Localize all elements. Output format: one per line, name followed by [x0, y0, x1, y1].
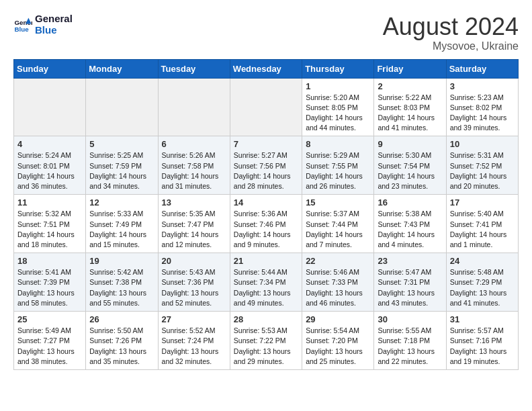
day-number: 24: [450, 256, 515, 266]
day-of-week-wednesday: Wednesday: [230, 59, 302, 78]
day-info: Sunrise: 5:37 AMSunset: 7:44 PMDaylight:…: [306, 209, 370, 250]
day-number: 11: [17, 197, 82, 208]
calendar-week-row: 11Sunrise: 5:32 AMSunset: 7:51 PMDayligh…: [14, 195, 519, 253]
day-info: Sunrise: 5:38 AMSunset: 7:43 PMDaylight:…: [378, 209, 442, 250]
day-of-week-saturday: Saturday: [446, 59, 518, 78]
day-info: Sunrise: 5:35 AMSunset: 7:47 PMDaylight:…: [162, 209, 226, 250]
day-info: Sunrise: 5:25 AMSunset: 7:59 PMDaylight:…: [89, 150, 154, 191]
day-number: 18: [17, 256, 82, 266]
day-number: 19: [89, 256, 154, 266]
day-info: Sunrise: 5:36 AMSunset: 7:46 PMDaylight:…: [234, 209, 298, 250]
logo: General Blue General Blue: [13, 13, 73, 36]
day-info: Sunrise: 5:23 AMSunset: 8:02 PMDaylight:…: [450, 93, 515, 134]
day-info: Sunrise: 5:24 AMSunset: 8:01 PMDaylight:…: [17, 150, 82, 191]
title-block: August 2024 Mysovoe, Ukraine: [383, 13, 519, 52]
day-of-week-sunday: Sunday: [14, 59, 86, 78]
calendar-cell: 25Sunrise: 5:49 AMSunset: 7:27 PMDayligh…: [14, 312, 86, 370]
logo-icon: General Blue: [13, 15, 32, 34]
calendar-cell: 10Sunrise: 5:31 AMSunset: 7:52 PMDayligh…: [446, 136, 518, 195]
calendar-cell: 29Sunrise: 5:54 AMSunset: 7:20 PMDayligh…: [302, 312, 374, 370]
day-number: 16: [378, 197, 442, 208]
calendar-cell: [14, 78, 86, 136]
calendar-cell: 22Sunrise: 5:46 AMSunset: 7:33 PMDayligh…: [302, 253, 374, 312]
calendar-cell: 19Sunrise: 5:42 AMSunset: 7:38 PMDayligh…: [86, 253, 158, 312]
calendar-cell: 24Sunrise: 5:48 AMSunset: 7:29 PMDayligh…: [446, 253, 518, 312]
day-number: 2: [378, 81, 442, 91]
day-number: 10: [450, 139, 515, 149]
day-info: Sunrise: 5:54 AMSunset: 7:20 PMDaylight:…: [306, 326, 370, 367]
day-info: Sunrise: 5:22 AMSunset: 8:03 PMDaylight:…: [378, 93, 442, 134]
day-number: 14: [234, 197, 298, 208]
day-info: Sunrise: 5:31 AMSunset: 7:52 PMDaylight:…: [450, 150, 515, 191]
calendar-cell: 11Sunrise: 5:32 AMSunset: 7:51 PMDayligh…: [14, 195, 86, 253]
day-of-week-thursday: Thursday: [302, 59, 374, 78]
calendar-cell: 7Sunrise: 5:27 AMSunset: 7:56 PMDaylight…: [230, 136, 302, 195]
calendar-cell: 26Sunrise: 5:50 AMSunset: 7:26 PMDayligh…: [86, 312, 158, 370]
day-number: 22: [306, 256, 370, 266]
day-of-week-tuesday: Tuesday: [158, 59, 230, 78]
day-number: 30: [378, 314, 442, 324]
day-number: 3: [450, 81, 515, 91]
calendar-table: SundayMondayTuesdayWednesdayThursdayFrid…: [13, 59, 519, 370]
svg-text:Blue: Blue: [14, 25, 29, 32]
day-info: Sunrise: 5:46 AMSunset: 7:33 PMDaylight:…: [306, 267, 370, 308]
page-subtitle: Mysovoe, Ukraine: [383, 40, 519, 52]
day-info: Sunrise: 5:48 AMSunset: 7:29 PMDaylight:…: [450, 267, 515, 308]
calendar-cell: [86, 78, 158, 136]
day-info: Sunrise: 5:43 AMSunset: 7:36 PMDaylight:…: [162, 267, 226, 308]
page-title: August 2024: [383, 13, 519, 40]
day-of-week-friday: Friday: [374, 59, 446, 78]
day-info: Sunrise: 5:30 AMSunset: 7:54 PMDaylight:…: [378, 150, 442, 191]
calendar-cell: 9Sunrise: 5:30 AMSunset: 7:54 PMDaylight…: [374, 136, 446, 195]
day-number: 28: [234, 314, 298, 324]
calendar-cell: 3Sunrise: 5:23 AMSunset: 8:02 PMDaylight…: [446, 78, 518, 136]
calendar-cell: 8Sunrise: 5:29 AMSunset: 7:55 PMDaylight…: [302, 136, 374, 195]
calendar-week-row: 25Sunrise: 5:49 AMSunset: 7:27 PMDayligh…: [14, 312, 519, 370]
day-info: Sunrise: 5:47 AMSunset: 7:31 PMDaylight:…: [378, 267, 442, 308]
day-info: Sunrise: 5:44 AMSunset: 7:34 PMDaylight:…: [234, 267, 298, 308]
calendar-cell: 28Sunrise: 5:53 AMSunset: 7:22 PMDayligh…: [230, 312, 302, 370]
calendar-cell: 15Sunrise: 5:37 AMSunset: 7:44 PMDayligh…: [302, 195, 374, 253]
calendar-cell: 30Sunrise: 5:55 AMSunset: 7:18 PMDayligh…: [374, 312, 446, 370]
day-info: Sunrise: 5:41 AMSunset: 7:39 PMDaylight:…: [17, 267, 82, 308]
calendar-cell: 4Sunrise: 5:24 AMSunset: 8:01 PMDaylight…: [14, 136, 86, 195]
day-info: Sunrise: 5:55 AMSunset: 7:18 PMDaylight:…: [378, 326, 442, 367]
day-info: Sunrise: 5:29 AMSunset: 7:55 PMDaylight:…: [306, 150, 370, 191]
day-number: 5: [89, 139, 154, 149]
day-info: Sunrise: 5:50 AMSunset: 7:26 PMDaylight:…: [89, 326, 154, 367]
day-info: Sunrise: 5:57 AMSunset: 7:16 PMDaylight:…: [450, 326, 515, 367]
day-number: 15: [306, 197, 370, 208]
calendar-cell: 16Sunrise: 5:38 AMSunset: 7:43 PMDayligh…: [374, 195, 446, 253]
day-info: Sunrise: 5:26 AMSunset: 7:58 PMDaylight:…: [162, 150, 226, 191]
calendar-cell: 18Sunrise: 5:41 AMSunset: 7:39 PMDayligh…: [14, 253, 86, 312]
day-of-week-monday: Monday: [86, 59, 158, 78]
day-number: 17: [450, 197, 515, 208]
header: General Blue General Blue August 2024 My…: [13, 13, 519, 52]
day-number: 12: [89, 197, 154, 208]
day-info: Sunrise: 5:33 AMSunset: 7:49 PMDaylight:…: [89, 209, 154, 250]
day-number: 8: [306, 139, 370, 149]
day-number: 13: [162, 197, 226, 208]
day-number: 4: [17, 139, 82, 149]
calendar-header-row: SundayMondayTuesdayWednesdayThursdayFrid…: [14, 59, 519, 78]
calendar-week-row: 4Sunrise: 5:24 AMSunset: 8:01 PMDaylight…: [14, 136, 519, 195]
day-info: Sunrise: 5:42 AMSunset: 7:38 PMDaylight:…: [89, 267, 154, 308]
day-info: Sunrise: 5:40 AMSunset: 7:41 PMDaylight:…: [450, 209, 515, 250]
calendar-week-row: 1Sunrise: 5:20 AMSunset: 8:05 PMDaylight…: [14, 78, 519, 136]
day-number: 25: [17, 314, 82, 324]
calendar-cell: 1Sunrise: 5:20 AMSunset: 8:05 PMDaylight…: [302, 78, 374, 136]
day-number: 29: [306, 314, 370, 324]
day-number: 9: [378, 139, 442, 149]
calendar-cell: 6Sunrise: 5:26 AMSunset: 7:58 PMDaylight…: [158, 136, 230, 195]
day-info: Sunrise: 5:32 AMSunset: 7:51 PMDaylight:…: [17, 209, 82, 250]
day-number: 7: [234, 139, 298, 149]
calendar-cell: [158, 78, 230, 136]
day-number: 21: [234, 256, 298, 266]
calendar-cell: [230, 78, 302, 136]
calendar-cell: 20Sunrise: 5:43 AMSunset: 7:36 PMDayligh…: [158, 253, 230, 312]
day-number: 20: [162, 256, 226, 266]
day-number: 27: [162, 314, 226, 324]
day-info: Sunrise: 5:53 AMSunset: 7:22 PMDaylight:…: [234, 326, 298, 367]
day-number: 26: [89, 314, 154, 324]
day-number: 31: [450, 314, 515, 324]
